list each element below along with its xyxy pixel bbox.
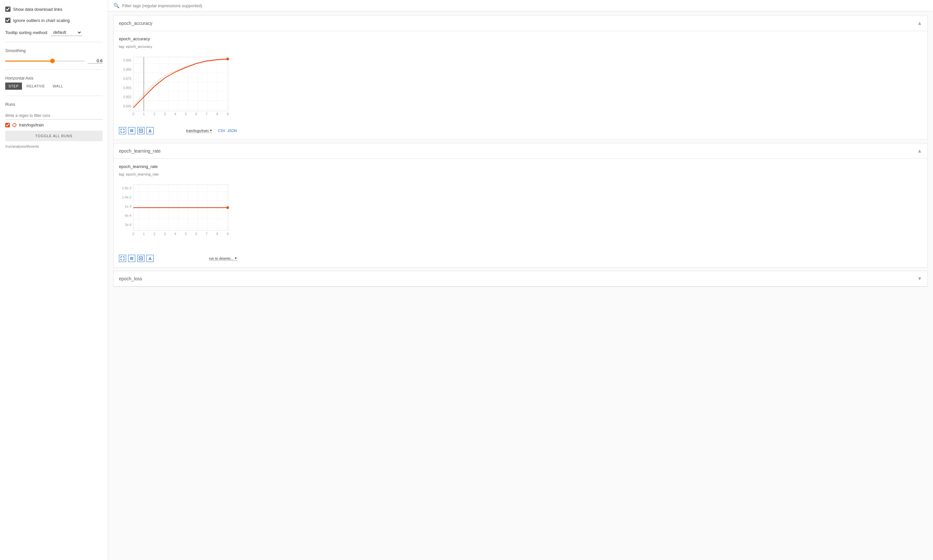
filter-bar: 🔍	[108, 0, 933, 11]
axis-step-button[interactable]: STEP	[5, 83, 22, 90]
run-label: train/logs/train	[19, 123, 43, 128]
svg-text:1: 1	[143, 232, 145, 236]
epoch-loss-chevron-down-icon: ▼	[917, 276, 922, 282]
download-lr-chart-button[interactable]	[146, 255, 154, 262]
svg-point-42	[226, 206, 229, 209]
lines-chart-button[interactable]	[128, 127, 135, 134]
svg-text:0.895: 0.895	[123, 58, 131, 62]
expand-lr-chart-button[interactable]	[119, 255, 126, 262]
svg-point-19	[226, 58, 229, 60]
svg-text:4: 4	[174, 112, 176, 116]
svg-text:6e-4: 6e-4	[125, 214, 131, 217]
svg-text:2: 2	[153, 112, 155, 116]
runs-section: Runs train/logs/train TOGGLE ALL RUNS /r…	[5, 102, 103, 148]
epoch-learning-rate-chart-wrapper: epoch_learning_rate tag: epoch_learning_…	[119, 164, 237, 262]
tag-filter-input[interactable]	[122, 3, 928, 8]
svg-text:8: 8	[216, 112, 218, 116]
json-download-link-accuracy[interactable]: JSON	[227, 129, 237, 132]
run-checkbox[interactable]	[5, 123, 10, 128]
search-icon: 🔍	[113, 3, 120, 9]
svg-text:2: 2	[153, 232, 155, 236]
svg-text:6: 6	[195, 232, 197, 236]
axis-relative-button[interactable]: RELATIVE	[23, 83, 48, 90]
epoch-loss-header[interactable]: epoch_loss ▼	[114, 271, 927, 286]
svg-text:3: 3	[164, 112, 166, 116]
axis-wall-button[interactable]: WALL	[49, 83, 66, 90]
epoch-accuracy-chart-tag: tag: epoch_accuracy	[119, 45, 237, 48]
svg-text:0: 0	[132, 112, 134, 116]
smoothing-section: Smoothing 0.6	[5, 48, 103, 63]
epoch-loss-title: epoch_loss	[119, 276, 142, 281]
show-download-links-checkbox[interactable]	[5, 6, 11, 12]
runs-label: Runs	[5, 102, 103, 107]
svg-text:0: 0	[132, 232, 134, 236]
epoch-accuracy-toolbar: train/logs/train ▾ CSV JSON	[119, 127, 237, 134]
horizontal-axis-label: Horizontal Axis	[5, 75, 103, 80]
run-item: train/logs/train	[5, 123, 103, 128]
tooltip-sorting-select[interactable]: default ascending descending nearest	[51, 29, 82, 36]
epoch-learning-rate-title: epoch_learning_rate	[119, 148, 161, 154]
epoch-accuracy-svg: 0.895 0.885 0.875 0.865 0.855 0.845 0 1 …	[119, 54, 230, 123]
epoch-accuracy-body: epoch_accuracy tag: epoch_accuracy 0.895…	[114, 31, 927, 140]
svg-text:0.845: 0.845	[123, 105, 131, 108]
svg-text:7: 7	[206, 232, 208, 236]
svg-text:0.865: 0.865	[123, 86, 131, 90]
ignore-outliers-label: Ignore outliers in chart scaling	[13, 18, 70, 23]
epoch-learning-rate-body: epoch_learning_rate tag: epoch_learning_…	[114, 159, 927, 267]
lines-lr-chart-button[interactable]	[128, 255, 135, 262]
epoch-learning-rate-chevron-up-icon: ▲	[917, 148, 922, 154]
epoch-learning-rate-svg: 1.8e-3 1.4e-3 1e-3 6e-4 2e-4 0 1 2 3 4	[119, 182, 230, 251]
fit-chart-button[interactable]	[137, 127, 145, 134]
run-selector-lr[interactable]: run to downlo... ▾	[209, 256, 237, 261]
fit-lr-chart-button[interactable]	[137, 255, 145, 262]
runs-filter-input[interactable]	[5, 112, 103, 120]
epoch-learning-rate-toolbar: run to downlo... ▾	[119, 255, 237, 262]
run-selector-accuracy[interactable]: train/logs/train ▾	[186, 128, 212, 133]
divider-1	[5, 42, 103, 42]
svg-text:0.885: 0.885	[123, 68, 131, 71]
smoothing-slider[interactable]	[5, 61, 85, 62]
expand-chart-button[interactable]	[119, 127, 126, 134]
svg-text:7: 7	[206, 112, 208, 116]
ignore-outliers-row: Ignore outliers in chart scaling	[5, 18, 103, 23]
run-selector-chevron-icon: ▾	[210, 128, 212, 132]
run-selector-label-lr: run to downlo...	[209, 257, 234, 260]
svg-text:0.855: 0.855	[123, 95, 131, 99]
svg-text:9: 9	[227, 232, 229, 236]
run-selector-label-accuracy: train/logs/train	[186, 129, 209, 132]
svg-text:5: 5	[185, 112, 187, 116]
svg-text:1e-3: 1e-3	[125, 205, 131, 208]
horizontal-axis-section: Horizontal Axis STEP RELATIVE WALL	[5, 75, 103, 90]
csv-download-link-accuracy[interactable]: CSV	[218, 129, 225, 132]
ignore-outliers-checkbox[interactable]	[5, 18, 11, 23]
svg-text:1.8e-3: 1.8e-3	[122, 186, 132, 190]
svg-text:5: 5	[185, 232, 187, 236]
epoch-accuracy-chart-wrapper: epoch_accuracy tag: epoch_accuracy 0.895…	[119, 36, 237, 134]
show-download-links-label: Show data download links	[13, 7, 62, 12]
epoch-learning-rate-card: epoch_learning_rate ▲ epoch_learning_rat…	[113, 143, 928, 268]
epoch-accuracy-chart-title: epoch_accuracy	[119, 36, 237, 41]
run-path: /run/analysis/tfevents	[5, 145, 103, 148]
svg-text:3: 3	[164, 232, 166, 236]
svg-text:9: 9	[227, 112, 229, 116]
divider-3	[5, 95, 103, 96]
smoothing-label: Smoothing	[5, 48, 103, 53]
show-download-links-row: Show data download links	[5, 6, 103, 12]
epoch-learning-rate-header[interactable]: epoch_learning_rate ▲	[114, 143, 927, 159]
download-chart-button[interactable]	[146, 127, 154, 134]
sidebar: Show data download links Ignore outliers…	[0, 0, 108, 560]
epoch-accuracy-card: epoch_accuracy ▲ epoch_accuracy tag: epo…	[113, 15, 928, 140]
epoch-accuracy-header[interactable]: epoch_accuracy ▲	[114, 16, 927, 31]
svg-text:0.875: 0.875	[123, 77, 131, 80]
cards-container: epoch_accuracy ▲ epoch_accuracy tag: epo…	[108, 11, 933, 291]
epoch-learning-rate-chart-tag: tag: epoch_learning_rate	[119, 172, 237, 176]
toggle-all-runs-button[interactable]: TOGGLE ALL RUNS	[5, 131, 103, 141]
svg-text:4: 4	[174, 232, 176, 236]
tooltip-sorting-row: Tooltip sorting method: default ascendin…	[5, 29, 103, 36]
epoch-learning-rate-chart-title: epoch_learning_rate	[119, 164, 237, 169]
svg-rect-6	[133, 57, 228, 111]
smoothing-value-input[interactable]: 0.6	[88, 58, 103, 63]
run-color-dot	[12, 123, 16, 127]
run-selector-lr-chevron-icon: ▾	[235, 256, 237, 260]
svg-text:2e-4: 2e-4	[125, 223, 131, 227]
